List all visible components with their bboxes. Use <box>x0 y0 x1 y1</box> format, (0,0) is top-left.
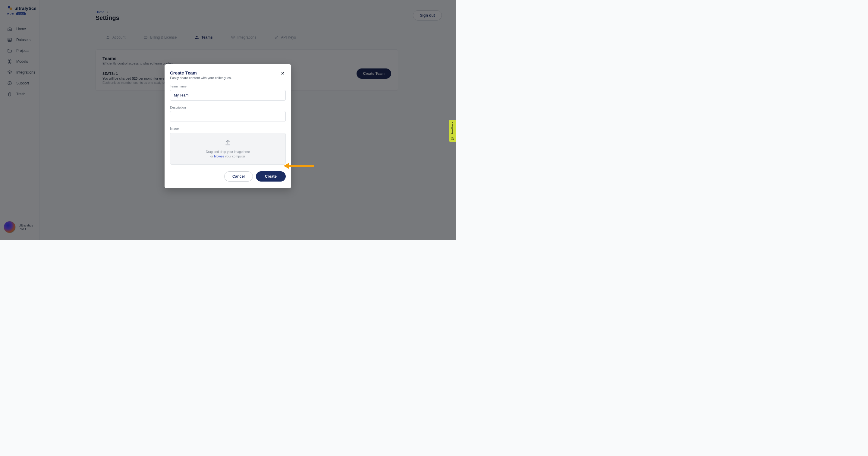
description-input[interactable] <box>170 111 286 122</box>
cancel-button[interactable]: Cancel <box>224 171 253 181</box>
dropzone-text: Drag and drop your image here or browse … <box>206 150 250 158</box>
svg-point-11 <box>451 137 454 140</box>
browse-link[interactable]: browse <box>214 154 224 158</box>
image-dropzone[interactable]: Drag and drop your image here or browse … <box>170 133 286 165</box>
create-button[interactable]: Create <box>256 171 286 181</box>
close-icon[interactable] <box>280 70 286 76</box>
create-team-modal: Create Team Easily share content with yo… <box>164 64 291 188</box>
smile-icon <box>451 136 454 140</box>
modal-subtitle: Easily share content with your colleague… <box>170 76 232 80</box>
team-name-label: Team name <box>170 84 286 88</box>
feedback-label: Feedback <box>451 122 454 135</box>
upload-icon <box>224 139 232 147</box>
description-label: Description <box>170 106 286 109</box>
team-name-input[interactable] <box>170 90 286 101</box>
image-label: Image <box>170 127 286 130</box>
feedback-tab[interactable]: Feedback <box>449 120 456 142</box>
modal-title: Create Team <box>170 70 232 76</box>
